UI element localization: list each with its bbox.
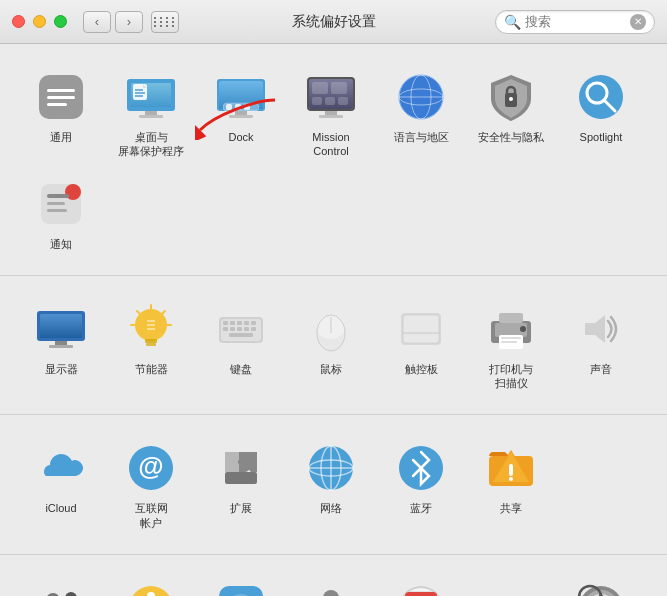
back-button[interactable]: ‹: [83, 11, 111, 33]
general-item[interactable]: 通用: [16, 60, 106, 167]
svg-rect-18: [226, 104, 232, 110]
appstore-item[interactable]: A App Store: [196, 571, 286, 596]
dock-icon: [212, 68, 270, 126]
search-box: 🔍 ✕: [495, 10, 655, 34]
svg-rect-48: [47, 202, 65, 205]
search-clear-button[interactable]: ✕: [630, 14, 646, 30]
maximize-button[interactable]: [54, 15, 67, 28]
security-label: 安全性与隐私: [478, 130, 544, 144]
sharing-label: 共享: [500, 501, 522, 515]
bluetooth-item[interactable]: 蓝牙: [376, 431, 466, 538]
trackpad-item[interactable]: 触控板: [376, 292, 466, 399]
keyboard-item[interactable]: 键盘: [196, 292, 286, 399]
parental-icon: [122, 579, 180, 596]
svg-rect-92: [501, 341, 517, 343]
svg-rect-69: [223, 321, 228, 325]
security-item[interactable]: 安全性与隐私: [466, 60, 556, 167]
svg-rect-73: [251, 321, 256, 325]
spotlight-item[interactable]: Spotlight: [556, 60, 646, 167]
svg-rect-32: [319, 115, 343, 118]
svg-rect-70: [230, 321, 235, 325]
printer-label: 打印机与扫描仪: [489, 362, 533, 391]
desktop-item[interactable]: 桌面与屏幕保护程序: [106, 60, 196, 167]
system-grid: 用户与群组 家长控制: [16, 571, 651, 596]
timemachine-icon: [572, 579, 630, 596]
svg-rect-2: [47, 96, 75, 99]
svg-rect-28: [312, 97, 322, 105]
security-icon: [482, 68, 540, 126]
notifications-item[interactable]: 通知: [16, 167, 106, 259]
mission-control-label: MissionControl: [312, 130, 349, 159]
dock-item[interactable]: Dock: [196, 60, 286, 167]
language-label: 语言与地区: [394, 130, 449, 144]
language-item[interactable]: 语言与地区: [376, 60, 466, 167]
keyboard-label: 键盘: [230, 362, 252, 376]
svg-point-42: [579, 75, 623, 119]
icloud-icon: [32, 439, 90, 497]
svg-rect-75: [230, 327, 235, 331]
network-item[interactable]: 网络: [286, 431, 376, 538]
timemachine-item[interactable]: Time Machine: [556, 571, 646, 596]
svg-rect-89: [499, 313, 523, 323]
svg-rect-122: [323, 590, 339, 596]
displays-item[interactable]: 显示器: [16, 292, 106, 399]
svg-text:@: @: [138, 451, 163, 481]
sharing-item[interactable]: 共享: [466, 431, 556, 538]
extensions-icon: [212, 439, 270, 497]
svg-rect-79: [229, 333, 253, 337]
network-icon: [302, 439, 360, 497]
svg-rect-91: [501, 337, 521, 339]
accounts-icon: @: [122, 439, 180, 497]
appstore-icon: A: [212, 579, 270, 596]
energy-icon: [122, 300, 180, 358]
svg-line-63: [137, 311, 140, 314]
extensions-label: 扩展: [230, 501, 252, 515]
bluetooth-label: 蓝牙: [410, 501, 432, 515]
svg-rect-47: [47, 194, 69, 198]
svg-rect-1: [47, 89, 75, 92]
svg-rect-54: [55, 341, 67, 345]
svg-rect-55: [49, 345, 73, 348]
parental-item[interactable]: 家长控制: [106, 571, 196, 596]
datetime-item[interactable]: 18 APR 日期与时间: [376, 571, 466, 596]
apps-grid-button[interactable]: [151, 11, 179, 33]
dictation-icon: [302, 579, 360, 596]
energy-item[interactable]: 节能器: [106, 292, 196, 399]
svg-rect-26: [312, 82, 328, 94]
notifications-label: 通知: [50, 237, 72, 251]
notifications-icon: [32, 175, 90, 233]
mouse-label: 鼠标: [320, 362, 342, 376]
svg-point-93: [520, 326, 526, 332]
dictation-item[interactable]: 听写与语音: [286, 571, 376, 596]
section-personal: 通用: [0, 60, 667, 275]
svg-rect-71: [237, 321, 242, 325]
forward-button[interactable]: ›: [115, 11, 143, 33]
printer-item[interactable]: 打印机与扫描仪: [466, 292, 556, 399]
minimize-button[interactable]: [33, 15, 46, 28]
mission-control-item[interactable]: MissionControl: [286, 60, 376, 167]
mouse-icon: [302, 300, 360, 358]
svg-rect-7: [145, 111, 157, 115]
trackpad-icon: [392, 300, 450, 358]
svg-rect-8: [139, 115, 163, 118]
svg-rect-57: [145, 339, 157, 343]
general-label: 通用: [50, 130, 72, 144]
desktop-icon: [122, 68, 180, 126]
svg-rect-97: [225, 472, 257, 484]
sound-item[interactable]: 声音: [556, 292, 646, 399]
startup-item[interactable]: 启动磁盘: [466, 571, 556, 596]
icloud-item[interactable]: iCloud: [16, 431, 106, 538]
extensions-item[interactable]: 扩展: [196, 431, 286, 538]
search-input[interactable]: [525, 14, 625, 29]
close-button[interactable]: [12, 15, 25, 28]
mouse-item[interactable]: 鼠标: [286, 292, 376, 399]
dock-label: Dock: [228, 130, 253, 144]
accounts-label: 互联网帐户: [135, 501, 168, 530]
accounts-item[interactable]: @ 互联网帐户: [106, 431, 196, 538]
keyboard-icon: [212, 300, 270, 358]
svg-rect-19: [235, 104, 241, 110]
svg-line-62: [162, 311, 165, 314]
svg-rect-31: [325, 111, 337, 115]
svg-rect-53: [40, 314, 82, 338]
users-item[interactable]: 用户与群组: [16, 571, 106, 596]
